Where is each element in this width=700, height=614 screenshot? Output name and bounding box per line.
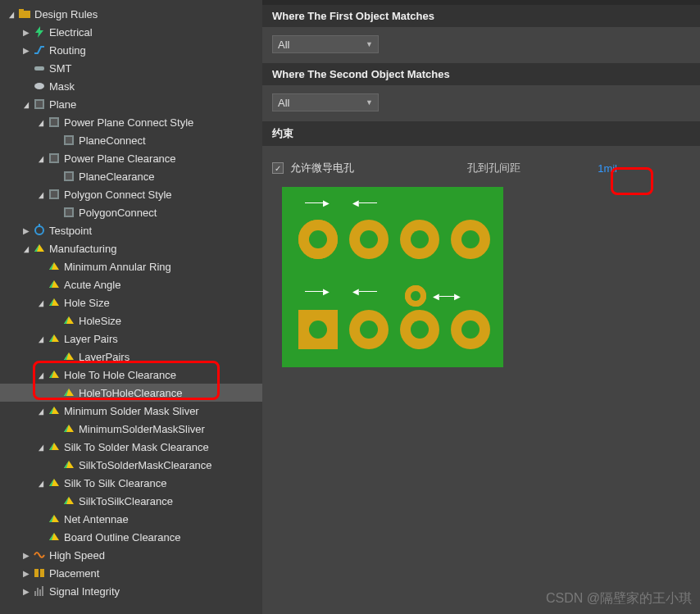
tree-item-signal-integrity[interactable]: ▶Signal Integrity [0, 582, 262, 600]
chevron-down-icon[interactable]: ◢ [37, 334, 45, 343]
tree-item-planeconnect[interactable]: PlaneConnect [0, 131, 262, 149]
mfg-icon [48, 512, 61, 525]
rules-tree[interactable]: ◢Design Rules▶Electrical▶RoutingSMTMask◢… [0, 0, 262, 614]
mfg-icon [62, 458, 75, 471]
tree-item-label: Signal Integrity [49, 585, 120, 598]
tree-item-silk-to-solder-mask-clearance[interactable]: ◢Silk To Solder Mask Clearance [0, 438, 262, 456]
mfg-icon [48, 440, 61, 453]
svg-rect-56 [40, 569, 44, 577]
tree-item-net-antennae[interactable]: Net Antennae [0, 510, 262, 528]
chevron-right-icon[interactable]: ▶ [21, 550, 31, 560]
tree-item-label: Acute Angle [64, 279, 120, 291]
mfg-icon [33, 242, 46, 255]
svg-rect-6 [36, 101, 43, 107]
chevron-down-icon[interactable]: ◢ [7, 9, 16, 19]
tree-item-label: High Speed [49, 549, 105, 562]
chevron-down-icon[interactable]: ◢ [37, 478, 45, 488]
hole-to-hole-distance-value[interactable]: 1mil [576, 162, 617, 175]
tree-item-polygonconnect[interactable]: PolygonConnect [0, 203, 262, 221]
tree-item-label: Net Antennae [64, 513, 129, 525]
first-match-dropdown[interactable]: All ▼ [272, 35, 379, 53]
si-icon [33, 584, 46, 598]
tree-item-silk-to-silk-clearance[interactable]: ◢Silk To Silk Clearance [0, 474, 262, 492]
chevron-right-icon[interactable]: ▶ [21, 568, 31, 578]
chevron-down-icon[interactable]: ◢ [37, 298, 45, 307]
svg-rect-58 [37, 588, 39, 596]
tree-item-mask[interactable]: Mask [0, 77, 262, 95]
first-match-value: All [278, 39, 289, 51]
tree-item-electrical[interactable]: ▶Electrical [0, 23, 262, 41]
section-first-match: Where The First Object Matches [262, 5, 700, 27]
plane-icon [62, 134, 75, 147]
tree-item-silktosilkclearance[interactable]: SilkToSilkClearance [0, 492, 262, 510]
chevron-down-icon[interactable]: ◢ [37, 406, 45, 416]
hole-to-hole-distance-label: 孔到孔间距 [467, 161, 520, 175]
tree-item-label: Testpoint [49, 225, 92, 237]
chevron-down-icon[interactable]: ◢ [37, 189, 45, 199]
chevron-right-icon[interactable]: ▶ [21, 45, 31, 55]
tree-item-polygon-connect-style[interactable]: ◢Polygon Connect Style [0, 185, 262, 203]
chevron-right-icon[interactable]: ▶ [21, 225, 31, 235]
tree-item-power-plane-connect-style[interactable]: ◢Power Plane Connect Style [0, 113, 262, 131]
tree-item-label: PlaneClearance [79, 171, 155, 183]
chevron-down-icon[interactable]: ◢ [37, 442, 45, 452]
svg-point-19 [35, 226, 43, 234]
tree-item-placement[interactable]: ▶Placement [0, 564, 262, 582]
plane-icon [62, 170, 75, 183]
plane-icon [48, 152, 61, 165]
tree-item-label: SilkToSolderMaskClearance [79, 459, 212, 471]
test-icon [33, 224, 46, 237]
chevron-down-icon[interactable]: ◢ [22, 243, 30, 253]
tree-item-silktosoldermaskclearance[interactable]: SilkToSolderMaskClearance [0, 456, 262, 474]
svg-rect-10 [66, 137, 72, 143]
chevron-right-icon[interactable]: ▶ [21, 586, 31, 596]
tree-item-manufacturing[interactable]: ◢Manufacturing [0, 239, 262, 257]
tree-item-hole-to-hole-clearance[interactable]: ◢Hole To Hole Clearance [0, 366, 262, 384]
tree-item-hole-size[interactable]: ◢Hole Size [0, 293, 262, 312]
tree-item-minimumsoldermasksliver[interactable]: MinimumSolderMaskSliver [0, 420, 262, 438]
tree-item-label: MinimumSolderMaskSliver [79, 423, 205, 435]
svg-rect-16 [51, 191, 57, 198]
tree-item-holetoholeclearance[interactable]: HoleToHoleClearance [0, 384, 262, 402]
chevron-down-icon[interactable]: ◢ [37, 370, 45, 380]
tree-item-high-speed[interactable]: ▶High Speed [0, 546, 262, 564]
tree-item-routing[interactable]: ▶Routing [0, 41, 262, 59]
tree-item-design-rules[interactable]: ◢Design Rules [0, 5, 262, 23]
mfg-icon [48, 296, 61, 309]
chevron-down-icon[interactable]: ◢ [22, 99, 30, 109]
chevron-right-icon[interactable]: ▶ [21, 27, 31, 37]
tree-item-planeclearance[interactable]: PlaneClearance [0, 167, 262, 185]
place-icon [33, 566, 46, 580]
mfg-icon [48, 368, 61, 381]
mfg-icon [48, 476, 61, 489]
tree-item-label: LayerPairs [79, 351, 130, 363]
main-panel: Where The First Object Matches All ▼ Whe… [262, 0, 700, 614]
tree-item-smt[interactable]: SMT [0, 59, 262, 77]
tree-item-label: Power Plane Connect Style [64, 116, 193, 129]
mfg-icon [48, 278, 61, 291]
tree-item-acute-angle[interactable]: Acute Angle [0, 275, 262, 293]
tree-item-label: HoleSize [79, 315, 121, 327]
chevron-down-icon[interactable]: ◢ [37, 153, 45, 163]
second-match-value: All [278, 97, 289, 109]
section-constraint: 约束 [262, 121, 700, 146]
tree-item-minimum-solder-mask-sliver[interactable]: ◢Minimum Solder Mask Sliver [0, 402, 262, 420]
svg-rect-57 [34, 591, 36, 596]
plane-icon [48, 116, 61, 129]
tree-item-holesize[interactable]: HoleSize [0, 312, 262, 330]
svg-rect-55 [34, 569, 39, 577]
chevron-down-icon[interactable]: ◢ [37, 117, 45, 127]
tree-item-label: Routing [49, 44, 86, 57]
tree-item-testpoint[interactable]: ▶Testpoint [0, 221, 262, 239]
tree-item-layer-pairs[interactable]: ◢Layer Pairs [0, 330, 262, 348]
allow-micro-via-checkbox[interactable] [272, 162, 284, 174]
tree-item-label: PlaneConnect [79, 134, 146, 147]
tree-item-board-outline-clearance[interactable]: Board Outline Clearance [0, 528, 262, 546]
tree-item-minimum-annular-ring[interactable]: Minimum Annular Ring [0, 257, 262, 275]
tree-item-plane[interactable]: ◢Plane [0, 95, 262, 113]
tree-item-label: SMT [49, 62, 71, 75]
second-match-dropdown[interactable]: All ▼ [272, 93, 379, 111]
root-icon [18, 7, 31, 20]
tree-item-power-plane-clearance[interactable]: ◢Power Plane Clearance [0, 149, 262, 167]
tree-item-layerpairs[interactable]: LayerPairs [0, 348, 262, 366]
